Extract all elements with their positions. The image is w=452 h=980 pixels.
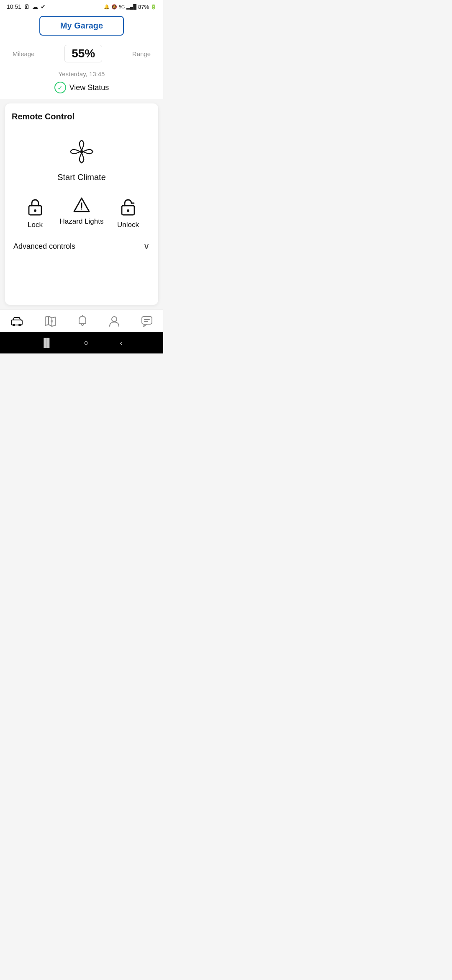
bell-icon — [77, 315, 88, 327]
mileage-label: Mileage — [13, 50, 35, 57]
cloud-icon: ☁ — [32, 3, 38, 10]
unlock-label: Unlock — [117, 221, 139, 229]
bottom-navigation — [0, 309, 163, 332]
nav-chat[interactable] — [141, 316, 153, 327]
mute-icon: 🔕 — [111, 4, 117, 10]
svg-point-13 — [51, 320, 53, 322]
climate-label: Start Climate — [57, 173, 106, 182]
battery-display: 87% — [138, 4, 149, 10]
status-right-icons: 🔔 🔕 5G ▂▄█ 87% 🔋 — [104, 4, 157, 10]
signal-bars-icon: ▂▄█ — [126, 4, 136, 10]
svg-point-0 — [80, 150, 83, 153]
fan-icon — [67, 137, 97, 167]
fuel-section: Mileage 55% Range — [0, 41, 163, 66]
start-climate-button[interactable]: Start Climate — [12, 130, 152, 192]
android-navigation-bar: ▐▌ ○ ‹ — [0, 332, 163, 353]
nav-car[interactable] — [10, 316, 23, 327]
svg-point-2 — [34, 209, 36, 212]
home-button[interactable]: ○ — [84, 338, 89, 348]
chat-icon — [141, 316, 153, 327]
advanced-controls-label: Advanced controls — [13, 242, 75, 251]
lock-label: Lock — [28, 221, 43, 229]
fuel-percent: 55% — [64, 45, 102, 62]
unlock-icon — [119, 196, 137, 217]
unlock-button[interactable]: Unlock — [111, 196, 145, 229]
remote-control-title: Remote Control — [12, 112, 152, 121]
nav-profile[interactable] — [109, 315, 120, 327]
hazard-lights-button[interactable]: Hazard Lights — [60, 196, 104, 226]
calendar-icon: 🗓 — [24, 3, 30, 10]
view-status-button[interactable]: ✓ View Status — [54, 82, 109, 93]
status-check-icon: ✓ — [54, 82, 66, 93]
hazard-label: Hazard Lights — [60, 217, 104, 226]
status-bar: 10:51 🗓 ☁ ✔ 🔔 🔕 5G ▂▄█ 87% 🔋 — [0, 0, 163, 12]
svg-marker-10 — [45, 316, 55, 326]
status-time: 10:51 🗓 ☁ ✔ — [7, 3, 46, 10]
nav-notifications[interactable] — [77, 315, 88, 327]
chevron-down-icon: ∨ — [143, 241, 150, 252]
battery-icon: 🔋 — [151, 4, 157, 10]
remote-control-card: Remote Control Start Climate Lock — [5, 103, 158, 305]
my-garage-button[interactable]: My Garage — [39, 16, 124, 36]
svg-point-6 — [127, 209, 129, 212]
hazard-icon — [72, 196, 91, 213]
alarm-icon: 🔔 — [104, 4, 110, 10]
svg-point-9 — [18, 324, 21, 326]
svg-rect-16 — [142, 317, 152, 324]
range-label: Range — [132, 50, 151, 57]
controls-row: Lock Hazard Lights Unlock — [12, 192, 152, 229]
last-update-timestamp: Yesterday, 13:45 — [59, 70, 105, 77]
timestamp-section: Yesterday, 13:45 ✓ View Status — [0, 66, 163, 99]
advanced-controls-button[interactable]: Advanced controls ∨ — [12, 241, 152, 252]
svg-point-8 — [13, 324, 15, 326]
view-status-label: View Status — [69, 83, 109, 92]
back-button[interactable]: ‹ — [120, 338, 123, 348]
svg-point-4 — [81, 209, 82, 210]
check-icon: ✔ — [41, 3, 46, 10]
svg-point-15 — [112, 317, 117, 322]
header: My Garage — [0, 12, 163, 41]
recent-apps-button[interactable]: ▐▌ — [41, 338, 52, 348]
profile-icon — [109, 315, 120, 327]
time-display: 10:51 — [7, 3, 21, 10]
lock-button[interactable]: Lock — [18, 196, 52, 229]
signal-5g-icon: 5G — [119, 4, 125, 9]
lock-icon — [26, 196, 44, 217]
nav-map[interactable] — [44, 315, 56, 327]
map-icon — [44, 315, 56, 327]
car-icon — [10, 316, 23, 327]
